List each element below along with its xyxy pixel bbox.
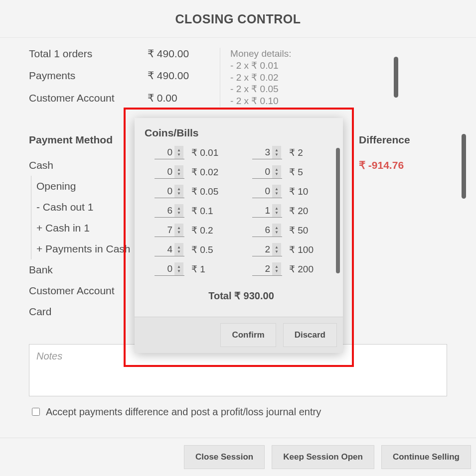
stepper-arrows-icon[interactable]: ▲▼ <box>174 204 183 217</box>
orders-label: Total 1 orders <box>29 48 148 63</box>
denomination-label: ₹ 0.01 <box>191 147 218 158</box>
header: CLOSING CONTROL <box>0 0 476 38</box>
accept-difference-label: Accept payments difference and post a pr… <box>46 406 321 418</box>
stepper-arrows-icon[interactable]: ▲▼ <box>272 185 281 198</box>
coin-row: ▲▼₹ 10 <box>252 185 328 198</box>
stepper-arrows-icon[interactable]: ▲▼ <box>174 262 183 275</box>
coin-row: ▲▼₹ 0.02 <box>155 165 230 179</box>
stepper-arrows-icon[interactable]: ▲▼ <box>174 224 183 237</box>
quantity-input[interactable] <box>252 204 272 217</box>
quantity-stepper[interactable]: ▲▼ <box>155 165 184 179</box>
close-session-button[interactable]: Close Session <box>184 445 265 469</box>
quantity-input[interactable] <box>252 185 272 198</box>
coin-row: ▲▼₹ 200 <box>252 262 328 276</box>
coin-row: ▲▼₹ 0.05 <box>155 185 230 198</box>
stepper-arrows-icon[interactable]: ▲▼ <box>174 165 183 178</box>
payments-amount: ₹ 490.00 <box>148 70 189 85</box>
quantity-input[interactable] <box>252 243 272 256</box>
money-details-title: Money details: <box>230 48 379 60</box>
denomination-label: ₹ 10 <box>289 186 308 197</box>
orders-amount: ₹ 490.00 <box>148 48 189 63</box>
quantity-stepper[interactable]: ▲▼ <box>155 262 184 276</box>
notes-placeholder: Notes <box>36 351 62 361</box>
stepper-arrows-icon[interactable]: ▲▼ <box>272 262 281 275</box>
stepper-arrows-icon[interactable]: ▲▼ <box>272 243 281 256</box>
quantity-input[interactable] <box>155 262 174 275</box>
difference-value: ₹ -914.76 <box>359 155 404 176</box>
quantity-stepper[interactable]: ▲▼ <box>155 185 184 198</box>
denomination-label: ₹ 50 <box>289 225 308 236</box>
quantity-stepper[interactable]: ▲▼ <box>252 224 282 237</box>
denomination-label: ₹ 0.1 <box>191 205 213 217</box>
page-title: CLOSING CONTROL <box>0 12 476 26</box>
quantity-stepper[interactable]: ▲▼ <box>155 224 184 237</box>
denomination-label: ₹ 0.05 <box>191 186 218 197</box>
customer-account-amount: ₹ 0.00 <box>148 92 189 107</box>
scrollbar[interactable] <box>336 148 340 273</box>
quantity-stepper[interactable]: ▲▼ <box>252 165 282 179</box>
coin-row: ▲▼₹ 2 <box>252 146 328 159</box>
stepper-arrows-icon[interactable]: ▲▼ <box>272 165 281 178</box>
money-details-line: - 2 x ₹ 0.05 <box>230 83 379 95</box>
stepper-arrows-icon[interactable]: ▲▼ <box>174 185 183 198</box>
continue-selling-button[interactable]: Continue Selling <box>381 445 471 469</box>
denomination-label: ₹ 1 <box>191 263 205 275</box>
quantity-stepper[interactable]: ▲▼ <box>155 146 184 159</box>
quantity-stepper[interactable]: ▲▼ <box>252 204 282 218</box>
stepper-arrows-icon[interactable]: ▲▼ <box>272 224 281 237</box>
coins-bills-modal: Coins/Bills ▲▼₹ 0.01▲▼₹ 0.02▲▼₹ 0.05▲▼₹ … <box>135 118 343 353</box>
money-details-line: - 2 x ₹ 0.02 <box>230 72 379 84</box>
modal-title: Coins/Bills <box>135 118 343 146</box>
discard-button[interactable]: Discard <box>283 323 337 347</box>
money-details-line: - 2 x ₹ 0.10 <box>230 95 379 107</box>
stepper-arrows-icon[interactable]: ▲▼ <box>174 146 183 159</box>
quantity-stepper[interactable]: ▲▼ <box>252 262 282 276</box>
keep-session-open-button[interactable]: Keep Session Open <box>272 445 374 469</box>
stepper-arrows-icon[interactable]: ▲▼ <box>272 146 281 159</box>
payments-label: Payments <box>29 70 148 85</box>
quantity-input[interactable] <box>252 224 272 237</box>
footer: Close Session Keep Session Open Continue… <box>0 438 476 476</box>
money-details: Money details: - 2 x ₹ 0.01 - 2 x ₹ 0.02… <box>220 48 379 107</box>
quantity-input[interactable] <box>252 146 272 159</box>
denomination-label: ₹ 2 <box>289 147 303 158</box>
quantity-stepper[interactable]: ▲▼ <box>155 204 184 218</box>
difference-heading: Difference <box>359 134 410 146</box>
quantity-stepper[interactable]: ▲▼ <box>252 146 282 159</box>
coin-row: ▲▼₹ 0.01 <box>155 146 230 159</box>
scrollbar[interactable] <box>394 57 398 98</box>
modal-total: Total ₹ 930.00 <box>155 282 328 311</box>
coin-row: ▲▼₹ 1 <box>155 262 230 276</box>
quantity-input[interactable] <box>155 204 174 217</box>
quantity-input[interactable] <box>252 262 272 275</box>
denomination-label: ₹ 100 <box>289 244 314 255</box>
coin-row: ▲▼₹ 50 <box>252 224 328 237</box>
coin-row: ▲▼₹ 0.5 <box>155 243 230 256</box>
scrollbar[interactable] <box>462 134 466 199</box>
summary-section: Total 1 orders ₹ 490.00 Payments ₹ 490.0… <box>29 48 447 107</box>
denomination-label: ₹ 5 <box>289 166 303 178</box>
quantity-stepper[interactable]: ▲▼ <box>155 243 184 256</box>
stepper-arrows-icon[interactable]: ▲▼ <box>272 204 281 217</box>
denomination-label: ₹ 200 <box>289 263 314 275</box>
denomination-label: ₹ 0.5 <box>191 244 213 255</box>
denomination-label: ₹ 0.02 <box>191 166 218 178</box>
coin-row: ▲▼₹ 0.1 <box>155 204 230 218</box>
coin-row: ▲▼₹ 100 <box>252 243 328 256</box>
quantity-input[interactable] <box>252 165 272 178</box>
coin-row: ▲▼₹ 20 <box>252 204 328 218</box>
quantity-input[interactable] <box>155 243 174 256</box>
denomination-label: ₹ 0.2 <box>191 225 213 236</box>
quantity-input[interactable] <box>155 146 174 159</box>
quantity-input[interactable] <box>155 185 174 198</box>
money-details-line: - 2 x ₹ 0.01 <box>230 60 379 72</box>
customer-account-label: Customer Account <box>29 92 148 107</box>
quantity-input[interactable] <box>155 224 174 237</box>
confirm-button[interactable]: Confirm <box>220 323 276 347</box>
quantity-stepper[interactable]: ▲▼ <box>252 185 282 198</box>
quantity-input[interactable] <box>155 165 174 178</box>
denomination-label: ₹ 20 <box>289 205 308 217</box>
quantity-stepper[interactable]: ▲▼ <box>252 243 282 256</box>
stepper-arrows-icon[interactable]: ▲▼ <box>174 243 183 256</box>
accept-difference-checkbox[interactable] <box>32 408 40 416</box>
